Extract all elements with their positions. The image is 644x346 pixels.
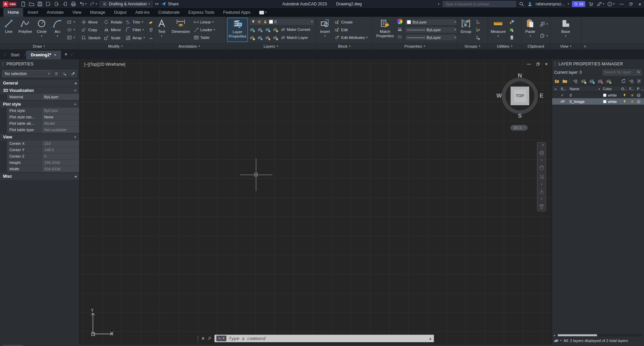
arc-button[interactable]: Arc▾ <box>50 18 65 42</box>
section-collapse-arrow[interactable]: ▼ <box>74 136 76 139</box>
quick-select-palette-button[interactable] <box>69 70 77 77</box>
panel-menu-clipboard[interactable]: Clipboard <box>522 43 550 49</box>
navbar-close-icon[interactable]: ✕ <box>542 143 544 147</box>
undo-button[interactable]: ▾ <box>79 1 87 7</box>
panel-menu-block[interactable]: Block▾ <box>316 43 372 49</box>
ribbon-tab-annotate[interactable]: Annotate <box>43 8 68 17</box>
layer-on-button[interactable] <box>249 35 255 41</box>
qat-customize-button[interactable]: ≡▾ <box>155 2 159 6</box>
property-value[interactable]: ByLayer <box>42 94 79 100</box>
panel-menu-utilities[interactable]: Utilities▾ <box>488 43 521 49</box>
ribbon-tab-output[interactable]: Output <box>110 8 131 17</box>
signed-in-user[interactable]: rafanunespraz... <box>536 2 565 6</box>
erase-button[interactable] <box>147 18 153 26</box>
linear-dimension-button[interactable]: Linear▾ <box>193 18 216 26</box>
match-properties-button[interactable]: Match Properties <box>374 18 396 42</box>
linetype-dropdown[interactable]: ByLayer▾ <box>405 34 457 41</box>
viewport-controls-view[interactable]: [Top] <box>89 62 98 67</box>
viewcube-north[interactable]: N <box>518 72 522 79</box>
collapse-filters-button[interactable]: » <box>552 86 559 92</box>
new-vp-frozen-layer-button[interactable] <box>589 78 595 84</box>
move-button[interactable]: Move <box>80 18 102 26</box>
panel-menu-modify[interactable]: Modify▾ <box>78 43 153 49</box>
viewcube-south[interactable]: S <box>518 113 522 119</box>
layer-row-0-image[interactable]: 0_Imagewhite <box>552 98 644 105</box>
pan-icon[interactable] <box>538 165 545 171</box>
command-input-bar[interactable]: >_▾ ▲ <box>214 335 434 342</box>
property-value[interactable]: 0 <box>42 153 79 160</box>
group-button[interactable]: Group <box>459 18 473 42</box>
layer-states-manager-button[interactable] <box>573 78 578 84</box>
rotate-button[interactable]: Rotate <box>102 18 123 26</box>
leader-button[interactable]: Leader▾ <box>193 26 216 34</box>
ungroup-button[interactable] <box>474 18 482 26</box>
section-collapse-arrow[interactable]: ◀ <box>74 82 76 85</box>
quick-select-button[interactable] <box>508 18 516 26</box>
ribbon-display-options-button[interactable]: ▾ <box>259 8 266 17</box>
layer-freeze-button[interactable] <box>264 26 270 33</box>
drawing-close-button[interactable]: × <box>545 61 548 67</box>
autodesk-account-button[interactable]: ▾ <box>597 1 604 7</box>
layer-manager-title[interactable]: LAYER PROPERTIES MANAGER <box>552 59 644 68</box>
command-input[interactable] <box>229 336 426 341</box>
command-line-grip[interactable] <box>197 336 199 341</box>
scale-button[interactable]: Scale <box>102 34 123 42</box>
panel-menu-layers[interactable]: Layers▾ <box>226 43 316 49</box>
orbit-dropdown-arrow[interactable]: ▾ <box>541 198 542 200</box>
section-collapse-arrow[interactable]: ▼ <box>74 89 76 92</box>
sun-icon[interactable] <box>630 93 634 97</box>
infocenter-search[interactable] <box>443 1 516 7</box>
panel-menu-groups[interactable]: Groups▾ <box>457 43 488 49</box>
circle-button[interactable]: Circle▾ <box>34 18 49 42</box>
window-restore-button[interactable] <box>629 2 633 6</box>
stretch-button[interactable]: Stretch <box>80 34 102 42</box>
trim-button[interactable]: Trim▾ <box>124 18 146 26</box>
command-line-customize-icon[interactable] <box>207 336 212 341</box>
section-general[interactable]: General◀ <box>0 80 79 86</box>
circle-dropdown-arrow[interactable]: ▾ <box>41 35 42 38</box>
drawing-area[interactable]: [−] [Top] [2D Wireframe] — × N S W E TOP… <box>79 59 552 345</box>
ribbon-tab-collaborate[interactable]: Collaborate <box>154 8 184 17</box>
cut-button[interactable]: ▾ <box>539 20 549 28</box>
ribbon-tab-insert[interactable]: Insert <box>23 8 42 17</box>
section-collapse-arrow[interactable]: ▼ <box>74 103 76 106</box>
new-drawing-tab-button[interactable]: + <box>61 51 71 57</box>
viewcube-top-face[interactable]: TOP <box>511 86 529 105</box>
window-minimize-button[interactable]: — <box>620 2 624 6</box>
ribbon-tab-manage[interactable]: Manage <box>86 8 110 17</box>
dimension-button[interactable]: Dimension <box>170 18 192 42</box>
id-point-button[interactable] <box>508 26 516 34</box>
offset-button[interactable] <box>147 34 153 42</box>
panel-menu-properties[interactable]: Properties▾ <box>373 43 457 49</box>
insert-block-button[interactable]: Insert▾ <box>318 18 332 42</box>
drawing-restore-button[interactable] <box>536 62 540 66</box>
property-value[interactable]: 210 <box>42 140 79 147</box>
arc-dropdown-arrow[interactable]: ▾ <box>57 35 58 38</box>
layer-lock-toggle[interactable] <box>641 98 644 105</box>
layer-color[interactable]: white <box>602 98 621 105</box>
orbit-icon[interactable] <box>538 189 545 195</box>
ellipse-button[interactable]: ▾ <box>66 26 76 34</box>
lineweight-dropdown[interactable]: ByLayer▾ <box>405 26 457 33</box>
layer-plot-toggle[interactable] <box>636 92 641 98</box>
search-icon[interactable] <box>519 1 524 7</box>
layer-off-button[interactable] <box>249 26 255 33</box>
palette-grip[interactable] <box>2 62 4 66</box>
column-name[interactable]: Name▴ <box>568 86 601 92</box>
property-value[interactable]: 148.5 <box>42 147 79 153</box>
save-to-web-mobile-button[interactable] <box>62 1 68 7</box>
delete-layer-button[interactable] <box>597 78 603 84</box>
open-from-web-mobile-button[interactable] <box>54 1 60 7</box>
panel-menu-annotation[interactable]: Annotation▾ <box>153 43 225 49</box>
layer-search-box[interactable] <box>602 69 642 75</box>
recent-commands-button[interactable]: >_▾ <box>216 336 226 341</box>
ribbon-tab-home[interactable]: Home <box>3 8 23 17</box>
layout-tab-layout1[interactable]: Layout1 <box>24 345 47 346</box>
column-color[interactable]: Color <box>602 86 621 92</box>
redo-button[interactable]: ▾ <box>89 1 97 7</box>
search-collapse-arrow[interactable]: ▸ <box>438 3 440 5</box>
showmotion-icon[interactable] <box>538 204 545 210</box>
bulb-icon[interactable] <box>623 93 627 97</box>
section-3d-visualization[interactable]: 3D Visualization▼ <box>0 87 79 94</box>
section-misc[interactable]: Misc◀ <box>0 173 79 180</box>
